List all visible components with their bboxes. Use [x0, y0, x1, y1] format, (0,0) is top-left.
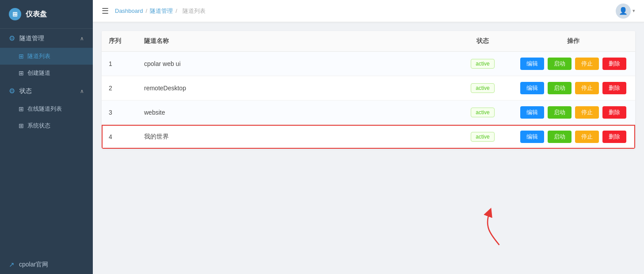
table-header-row: 序列 隧道名称 状态 操作 [102, 31, 635, 52]
sidebar-item-online-tunnels-label: 在线隧道列表 [27, 105, 62, 113]
delete-button-1[interactable]: 删除 [602, 58, 626, 70]
table-row: 2 remoteDesktop active 编辑 启动 停止 删除 [102, 76, 635, 100]
status-badge: active [471, 59, 494, 69]
sidebar-logo[interactable]: ⊞ 仪表盘 [0, 0, 93, 29]
sidebar: ⊞ 仪表盘 ⚙ 隧道管理 ∧ ⊞ 隧道列表 ⊞ 创建隧道 ⚙ 状态 ∧ ⊞ 在线… [0, 0, 93, 274]
sidebar-section-status: ⚙ 状态 ∧ ⊞ 在线隧道列表 ⊞ 系统状态 [0, 81, 93, 134]
delete-button-4[interactable]: 删除 [602, 131, 626, 143]
row-4-status: active [454, 125, 511, 149]
status-badge: active [471, 108, 494, 117]
row-1-actions: 编辑 启动 停止 删除 [511, 52, 635, 76]
topbar-right: 👤 ▾ [616, 4, 635, 19]
sidebar-item-online-tunnels[interactable]: ⊞ 在线隧道列表 [0, 100, 93, 117]
row-3-actions: 编辑 启动 停止 删除 [511, 100, 635, 125]
start-button-1[interactable]: 启动 [548, 58, 572, 70]
table-row: 3 website active 编辑 启动 停止 删除 [102, 100, 635, 125]
sidebar-group-tunnel-label: 隧道管理 [19, 35, 44, 42]
row-2-status: active [454, 76, 511, 100]
row-1-status: active [454, 52, 511, 76]
status-icon: ⚙ [9, 87, 15, 95]
row-4-name: 我的世界 [137, 125, 454, 149]
main-area: ☰ Dashboard / 隧道管理 / 隧道列表 👤 ▾ 序列 隧道名称 状态… [93, 0, 644, 274]
delete-button-3[interactable]: 删除 [602, 106, 626, 119]
sidebar-group-status[interactable]: ⚙ 状态 ∧ [0, 81, 93, 100]
start-button-2[interactable]: 启动 [548, 82, 572, 94]
row-3-name: website [137, 100, 454, 125]
content-area: 序列 隧道名称 状态 操作 1 cpolar web ui active [93, 22, 644, 274]
sidebar-item-tunnel-list-label: 隧道列表 [27, 52, 50, 60]
breadcrumb-tunnel-list: 隧道列表 [183, 7, 206, 15]
edit-button-1[interactable]: 编辑 [520, 58, 544, 70]
action-buttons-4: 编辑 启动 停止 删除 [518, 131, 628, 143]
stop-button-1[interactable]: 停止 [575, 58, 599, 70]
stop-button-3[interactable]: 停止 [575, 106, 599, 119]
breadcrumb-dashboard[interactable]: Dashboard [115, 8, 143, 14]
logo-icon: ⊞ [9, 8, 21, 20]
row-1-index: 1 [102, 52, 137, 76]
sidebar-group-tunnel-mgmt[interactable]: ⚙ 隧道管理 ∧ [0, 29, 93, 48]
table-row-highlighted: 4 我的世界 active 编辑 启动 停止 删除 [102, 125, 635, 149]
col-actions: 操作 [511, 31, 635, 52]
row-2-actions: 编辑 启动 停止 删除 [511, 76, 635, 100]
menu-toggle-icon[interactable]: ☰ [102, 6, 109, 16]
avatar[interactable]: 👤 [616, 4, 631, 19]
sidebar-item-create-tunnel-label: 创建隧道 [27, 69, 50, 77]
tunnel-mgmt-icon: ⚙ [9, 34, 15, 42]
topbar: ☰ Dashboard / 隧道管理 / 隧道列表 👤 ▾ [93, 0, 644, 22]
edit-button-4[interactable]: 编辑 [520, 131, 544, 143]
row-4-index: 4 [102, 125, 137, 149]
breadcrumb-sep-2: / [175, 8, 177, 14]
table-row: 1 cpolar web ui active 编辑 启动 停止 删除 [102, 52, 635, 76]
row-1-name: cpolar web ui [137, 52, 454, 76]
sidebar-external-link[interactable]: ↗ cpolar官网 [0, 255, 93, 274]
edit-button-3[interactable]: 编辑 [520, 106, 544, 119]
tunnel-table: 序列 隧道名称 状态 操作 1 cpolar web ui active [102, 31, 635, 149]
start-button-4[interactable]: 启动 [548, 131, 572, 143]
row-3-status: active [454, 100, 511, 125]
sidebar-item-create-tunnel[interactable]: ⊞ 创建隧道 [0, 65, 93, 81]
col-name: 隧道名称 [137, 31, 454, 52]
status-badge: active [471, 132, 494, 142]
status-arrow: ∧ [80, 88, 84, 94]
breadcrumb: Dashboard / 隧道管理 / 隧道列表 [115, 7, 208, 15]
row-2-name: remoteDesktop [137, 76, 454, 100]
avatar-dropdown-arrow[interactable]: ▾ [633, 8, 635, 14]
edit-button-2[interactable]: 编辑 [520, 82, 544, 94]
sidebar-item-system-status-label: 系统状态 [27, 122, 50, 130]
status-badge: active [471, 83, 494, 93]
row-3-index: 3 [102, 100, 137, 125]
action-buttons-1: 编辑 启动 停止 删除 [518, 58, 628, 70]
sidebar-group-status-label: 状态 [19, 87, 32, 95]
sidebar-logo-text: 仪表盘 [26, 10, 47, 19]
sidebar-item-tunnel-list[interactable]: ⊞ 隧道列表 [0, 48, 93, 65]
col-index: 序列 [102, 31, 137, 52]
col-status: 状态 [454, 31, 511, 52]
breadcrumb-sep-1: / [146, 8, 148, 14]
action-buttons-2: 编辑 启动 停止 删除 [518, 82, 628, 94]
stop-button-4[interactable]: 停止 [575, 131, 599, 143]
annotation-arrow [476, 208, 507, 247]
create-tunnel-icon: ⊞ [19, 69, 24, 77]
stop-button-2[interactable]: 停止 [575, 82, 599, 94]
sidebar-item-system-status[interactable]: ⊞ 系统状态 [0, 117, 93, 134]
delete-button-2[interactable]: 删除 [602, 82, 626, 94]
breadcrumb-tunnel-mgmt[interactable]: 隧道管理 [150, 7, 173, 15]
sidebar-section-tunnel: ⚙ 隧道管理 ∧ ⊞ 隧道列表 ⊞ 创建隧道 [0, 29, 93, 81]
row-2-index: 2 [102, 76, 137, 100]
start-button-3[interactable]: 启动 [548, 106, 572, 119]
tunnel-mgmt-arrow: ∧ [80, 35, 84, 42]
external-link-icon: ↗ [9, 261, 15, 269]
action-buttons-3: 编辑 启动 停止 删除 [518, 106, 628, 119]
system-status-icon: ⊞ [19, 122, 24, 129]
tunnel-table-wrapper: 序列 隧道名称 状态 操作 1 cpolar web ui active [102, 31, 635, 149]
sidebar-external-label: cpolar官网 [19, 261, 48, 269]
tunnel-list-icon: ⊞ [19, 53, 24, 60]
online-tunnels-icon: ⊞ [19, 105, 24, 112]
row-4-actions: 编辑 启动 停止 删除 [511, 125, 635, 149]
